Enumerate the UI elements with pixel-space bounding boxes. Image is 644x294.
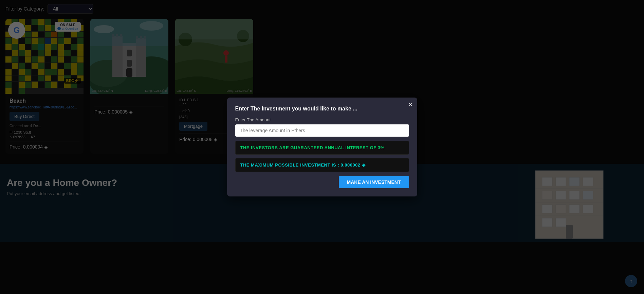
interest-text: THE INVESTORS ARE GUARANTEED ANNUAL INTE… (240, 145, 404, 150)
modal-button-row: MAKE AN INVESTMENT (235, 176, 409, 188)
investment-modal: Enter The Investment you would like to m… (227, 98, 417, 196)
modal-amount-label: Enter The Amount (235, 117, 409, 122)
interest-info-box: THE INVESTORS ARE GUARANTEED ANNUAL INTE… (235, 141, 409, 155)
modal-overlay: Enter The Investment you would like to m… (0, 0, 644, 294)
investment-amount-input[interactable] (235, 124, 409, 137)
modal-title: Enter The Investment you would like to m… (235, 106, 409, 112)
make-investment-button[interactable]: MAKE AN INVESTMENT (339, 176, 409, 188)
max-investment-text: THE MAXIMUM POSSIBLE INVESTMENT IS : 0.0… (240, 162, 404, 168)
max-investment-box: THE MAXIMUM POSSIBLE INVESTMENT IS : 0.0… (235, 158, 409, 172)
modal-close-button[interactable]: × (409, 102, 412, 108)
